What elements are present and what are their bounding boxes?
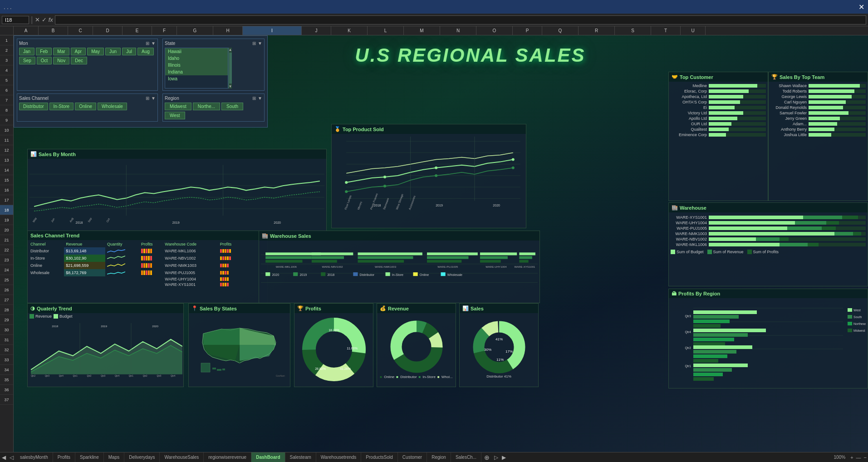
col-header-i[interactable]: I [243, 26, 302, 35]
row-25[interactable]: 25 [0, 275, 13, 285]
row-33[interactable]: 33 [0, 355, 13, 365]
month-oct[interactable]: Oct [37, 57, 52, 64]
row-23[interactable]: 23 [0, 255, 13, 265]
tab-nav-next[interactable]: ▷ [492, 454, 500, 461]
row-28[interactable]: 28 [0, 305, 13, 315]
cell-ref-input[interactable] [2, 16, 29, 24]
row-6[interactable]: 6 [0, 85, 13, 95]
sc-wholesale[interactable]: Wholesale [98, 103, 127, 110]
row-13[interactable]: 13 [0, 155, 13, 165]
col-header-f[interactable]: F [152, 26, 177, 35]
mon-filter-icon1[interactable]: ⊞ [146, 41, 149, 46]
col-header-o[interactable]: O [476, 26, 513, 35]
row-34[interactable]: 34 [0, 365, 13, 375]
row-7[interactable]: 7 [0, 95, 13, 105]
tab-maps[interactable]: Maps [104, 452, 124, 462]
col-header-k[interactable]: K [331, 26, 368, 35]
row-10[interactable]: 10 [0, 125, 13, 135]
row-30[interactable]: 30 [0, 325, 13, 335]
col-header-g[interactable]: G [177, 26, 213, 35]
col-header-q[interactable]: Q [542, 26, 579, 35]
month-sep[interactable]: Sep [19, 57, 35, 64]
row-18[interactable]: 18 [0, 205, 13, 215]
sc-online[interactable]: Online [75, 103, 96, 110]
col-header-e[interactable]: E [123, 26, 152, 35]
region-south[interactable]: South [221, 103, 243, 110]
row-37[interactable]: 37 [0, 395, 13, 405]
scrollbar-thumb[interactable] [229, 53, 232, 84]
tab-salesteam[interactable]: Salesteam [285, 452, 316, 462]
col-header-r[interactable]: R [579, 26, 615, 35]
col-header-t[interactable]: T [651, 26, 681, 35]
row-32[interactable]: 32 [0, 345, 13, 355]
scrollbar-up[interactable]: ▲ [229, 48, 232, 52]
tab-salesch[interactable]: SalesCh... [451, 452, 481, 462]
month-feb[interactable]: Feb [36, 48, 52, 55]
row-17[interactable]: 17 [0, 195, 13, 205]
month-jul[interactable]: Jul [122, 48, 136, 55]
dots-menu[interactable]: ... [4, 3, 13, 10]
zoom-slider[interactable]: ― [855, 455, 863, 460]
row-27[interactable]: 27 [0, 295, 13, 305]
row-20[interactable]: 20 [0, 225, 13, 235]
zoom-out[interactable]: − [863, 455, 868, 460]
state-filter-icon1[interactable]: ⊞ [252, 41, 256, 46]
row-26[interactable]: 26 [0, 285, 13, 295]
row-31[interactable]: 31 [0, 335, 13, 345]
row-16[interactable]: 16 [0, 185, 13, 195]
col-header-a[interactable]: A [14, 26, 39, 35]
col-header-m[interactable]: M [404, 26, 440, 35]
tab-warehousesales[interactable]: WarehouseSales [160, 452, 204, 462]
region-midwest[interactable]: Midwest [165, 103, 191, 110]
row-22[interactable]: 22 [0, 245, 13, 255]
state-idaho[interactable]: Idaho [165, 55, 228, 62]
state-hawaii[interactable]: Hawaii [165, 48, 228, 55]
tab-region[interactable]: Region [427, 452, 451, 462]
row-36[interactable]: 36 [0, 385, 13, 395]
month-dec[interactable]: Dec [71, 57, 87, 64]
close-btn[interactable]: ✕ [858, 3, 864, 11]
month-mar[interactable]: Mar [53, 48, 69, 55]
col-header-d[interactable]: D [93, 26, 123, 35]
state-list[interactable]: Hawaii Idaho Illinois Indiana Iowa [165, 48, 228, 88]
state-illinois[interactable]: Illinois [165, 62, 228, 69]
col-header-b[interactable]: B [39, 26, 68, 35]
row-4[interactable]: 4 [0, 65, 13, 75]
row-2[interactable]: 2 [0, 45, 13, 55]
tab-warehousetrends[interactable]: Warehousetrends [316, 452, 362, 462]
row-9[interactable]: 9 [0, 115, 13, 125]
state-iowa[interactable]: Iowa [165, 75, 228, 82]
row-3[interactable]: 3 [0, 55, 13, 65]
row-14[interactable]: 14 [0, 165, 13, 175]
tab-productssold[interactable]: ProductsSold [361, 452, 397, 462]
formula-fx[interactable]: fx [49, 16, 53, 23]
mon-filter-icon2[interactable]: ▼ [151, 41, 156, 46]
row-12[interactable]: 12 [0, 145, 13, 155]
row-21[interactable]: 21 [0, 235, 13, 245]
month-apr[interactable]: Apr [71, 48, 86, 55]
formula-cross[interactable]: ✕ [35, 16, 40, 23]
col-header-u[interactable]: U [681, 26, 706, 35]
sc-filter-icon1[interactable]: ⊞ [146, 96, 149, 101]
month-may[interactable]: May [87, 48, 104, 55]
row-8[interactable]: 8 [0, 105, 13, 115]
state-filter-icon2[interactable]: ▼ [258, 41, 262, 46]
formula-input[interactable] [55, 15, 866, 25]
tab-salesbymonth[interactable]: salesbyMonth [15, 452, 53, 462]
region-northeast[interactable]: Northe... [193, 103, 220, 110]
col-header-h[interactable]: H [213, 26, 243, 35]
row-1[interactable]: 1 [0, 35, 13, 45]
row-29[interactable]: 29 [0, 315, 13, 325]
tab-add[interactable]: ⊕ [481, 454, 492, 461]
sc-filter-icon2[interactable]: ▼ [151, 96, 156, 101]
tab-nav-right[interactable]: ▶ [500, 454, 508, 461]
tab-nav-left[interactable]: ◀ [0, 454, 8, 461]
row-19[interactable]: 19 [0, 215, 13, 225]
row-15[interactable]: 15 [0, 175, 13, 185]
col-header-n[interactable]: N [440, 26, 476, 35]
row-11[interactable]: 11 [0, 135, 13, 145]
tab-customer[interactable]: Customer [398, 452, 427, 462]
state-indiana[interactable]: Indiana [165, 69, 228, 75]
tab-deliverydays[interactable]: Deliverydays [124, 452, 160, 462]
tab-nav-prev[interactable]: ◁ [8, 454, 15, 461]
